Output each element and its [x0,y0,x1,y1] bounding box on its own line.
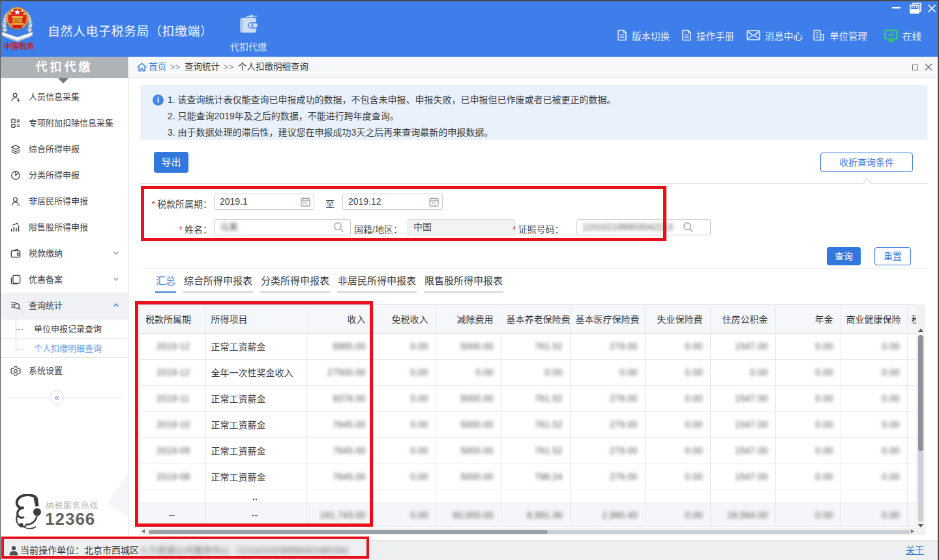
svg-text:中国税务: 中国税务 [4,42,35,50]
